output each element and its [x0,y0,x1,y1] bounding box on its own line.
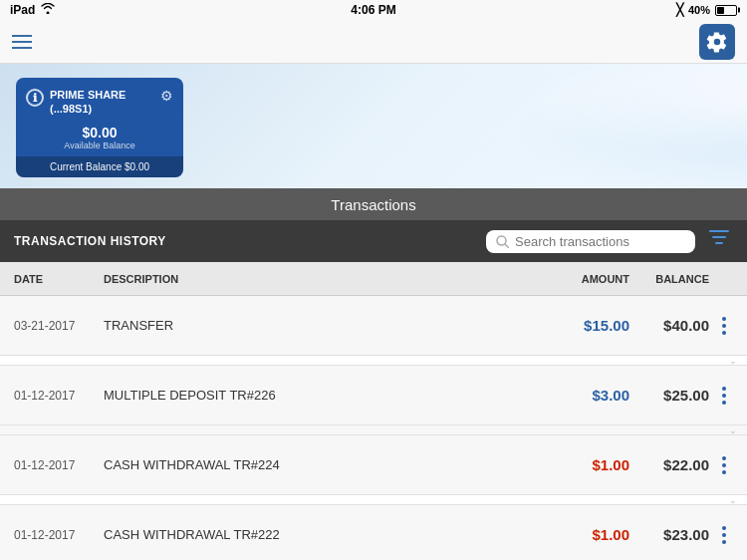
transactions-title: Transactions [331,196,415,213]
row-amount: $1.00 [540,526,629,543]
svg-line-1 [505,244,509,248]
row-date: 01-12-2017 [14,389,104,403]
row-amount: $15.00 [540,317,629,334]
filter-button[interactable] [705,230,733,253]
gear-icon [706,31,728,53]
status-left: iPad [10,3,55,17]
row-balance: $40.00 [629,317,709,334]
col-header-date: DATE [14,273,104,285]
status-time: 4:06 PM [351,3,395,17]
table-row[interactable]: 03-21-2017 TRANSFER $15.00 $40.00 [0,296,747,356]
row-expand-chevron: ⌄ [0,356,747,366]
battery-icon [715,5,737,16]
table-row[interactable]: 01-12-2017 CASH WITHDRAWAL TR#222 $1.00 … [0,505,747,560]
row-expand-chevron: ⌄ [0,425,747,435]
row-balance: $23.00 [629,526,709,543]
hamburger-menu-button[interactable] [12,35,32,49]
available-balance-amount: $0.00 [26,125,173,140]
row-more-button[interactable] [709,317,733,335]
col-header-balance: BALANCE [629,273,709,285]
row-date: 03-21-2017 [14,319,104,333]
transactions-header-bar: Transactions [0,188,747,220]
transactions-list: 03-21-2017 TRANSFER $15.00 $40.00 ⌄ 01-1… [0,296,747,560]
column-headers: DATE DESCRIPTION AMOUNT BALANCE [0,262,747,296]
nav-bar [0,20,747,64]
row-balance: $22.00 [629,456,709,473]
row-date: 01-12-2017 [14,528,104,542]
table-row[interactable]: 01-12-2017 CASH WITHDRAWAL TR#224 $1.00 … [0,435,747,495]
row-date: 01-12-2017 [14,458,104,472]
available-balance-label: Available Balance [26,140,173,150]
row-amount: $3.00 [540,387,629,404]
account-area: ℹ PRIME SHARE (...98S1) ⚙ $0.00 Availabl… [0,64,747,188]
col-header-description: DESCRIPTION [104,273,540,285]
account-id: (...98S1) [50,102,125,116]
account-card[interactable]: ℹ PRIME SHARE (...98S1) ⚙ $0.00 Availabl… [16,78,183,177]
table-row[interactable]: 01-12-2017 MULTIPLE DEPOSIT TR#226 $3.00… [0,366,747,425]
row-amount: $1.00 [540,456,629,473]
bluetooth-icon: ╳ [676,3,683,17]
row-balance: $25.00 [629,387,709,404]
row-description: CASH WITHDRAWAL TR#224 [104,457,540,472]
account-settings-icon[interactable]: ⚙ [160,88,173,104]
status-right: ╳ 40% [676,3,737,17]
settings-button[interactable] [699,24,735,60]
row-more-button[interactable] [709,526,733,544]
search-input[interactable] [515,234,685,249]
carrier-label: iPad [10,3,35,17]
battery-percent: 40% [688,4,710,16]
search-icon [496,235,509,248]
row-expand-chevron: ⌄ [0,495,747,505]
col-header-amount: AMOUNT [540,273,629,285]
row-more-button[interactable] [709,456,733,474]
account-balance-section: $0.00 Available Balance [26,121,173,156]
row-description: CASH WITHDRAWAL TR#222 [104,527,540,542]
status-bar: iPad 4:06 PM ╳ 40% [0,0,747,20]
account-info-icon[interactable]: ℹ [26,89,44,107]
transaction-history-label: TRANSACTION HISTORY [14,234,476,248]
wifi-icon [41,3,55,17]
search-box[interactable] [486,230,695,253]
row-more-button[interactable] [709,387,733,405]
current-balance: Current Balance $0.00 [16,156,183,177]
table-header: TRANSACTION HISTORY [0,220,747,262]
row-description: TRANSFER [104,318,540,333]
account-name: PRIME SHARE [50,88,125,102]
row-description: MULTIPLE DEPOSIT TR#226 [104,388,540,403]
